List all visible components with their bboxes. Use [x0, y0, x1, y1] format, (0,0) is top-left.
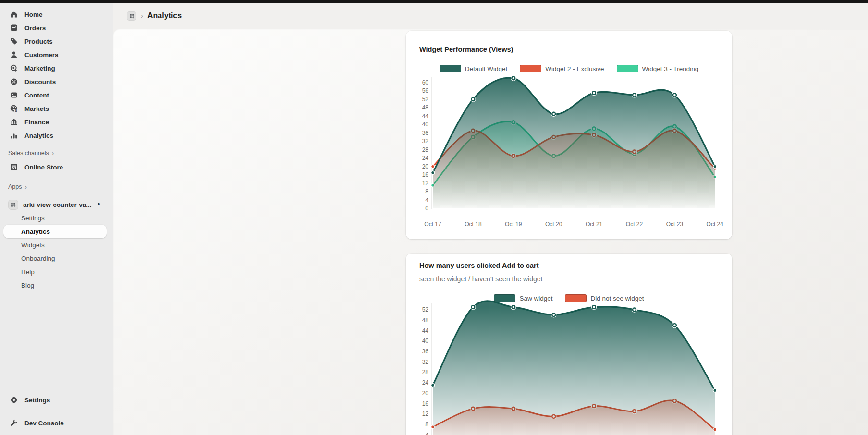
sidebar-item-label: Discounts [24, 78, 56, 85]
svg-text:52: 52 [422, 96, 429, 103]
sidebar-item-label: Content [24, 92, 49, 99]
sidebar-app-item-help[interactable]: Help [0, 265, 113, 278]
sidebar-app-item-widgets[interactable]: Widgets [0, 238, 113, 252]
sidebar-item-label: Orders [24, 24, 46, 32]
svg-text:8: 8 [425, 188, 428, 195]
svg-text:Oct 22: Oct 22 [626, 221, 643, 228]
sidebar-item-customers[interactable]: Customers [0, 48, 113, 61]
svg-text:Oct 19: Oct 19 [505, 221, 522, 228]
app-grid-icon[interactable] [127, 11, 136, 21]
sidebar-section-sales-channels[interactable]: Sales channels › [0, 147, 113, 159]
legend-item-default-widget[interactable]: Default Widget [440, 65, 508, 72]
svg-text:Oct 21: Oct 21 [586, 221, 603, 228]
sidebar-item-discounts[interactable]: Discounts [0, 75, 113, 88]
svg-text:44: 44 [422, 327, 429, 334]
breadcrumb: › Analytics [113, 3, 868, 29]
legend-swatch-icon [565, 294, 587, 302]
svg-text:52: 52 [422, 306, 429, 313]
sidebar-footer-settings[interactable]: Settings [0, 393, 113, 407]
svg-text:24: 24 [422, 379, 429, 386]
svg-text:40: 40 [422, 121, 429, 128]
svg-text:32: 32 [422, 359, 429, 365]
svg-text:16: 16 [422, 400, 429, 407]
svg-text:28: 28 [422, 146, 429, 153]
apps-label: Apps [8, 183, 22, 190]
sidebar-app-arki-view-counter[interactable]: arki-view-counter-va... • [0, 198, 113, 211]
analytics-icon [9, 131, 19, 140]
svg-text:16: 16 [422, 171, 429, 178]
sidebar-app-item-label: Widgets [21, 242, 45, 249]
sidebar-item-finance[interactable]: Finance [0, 115, 113, 129]
chart-subtitle: seen the widget / haven't seen the widge… [419, 275, 542, 283]
sidebar-app-item-onboarding[interactable]: Onboarding [0, 252, 113, 265]
sidebar-item-label: Products [24, 38, 53, 45]
svg-text:40: 40 [422, 338, 429, 344]
svg-text:24: 24 [422, 155, 429, 161]
legend-item-did-not-see-widget[interactable]: Did not see widget [565, 294, 644, 302]
sidebar-app-item-label: Settings [21, 215, 45, 222]
svg-text:56: 56 [422, 87, 429, 94]
sidebar-app-item-label: Blog [21, 282, 34, 289]
sidebar-footer: Settings Dev Console [0, 393, 113, 430]
sidebar-item-online-store[interactable]: Online Store [0, 160, 113, 174]
sidebar-footer-dev-console[interactable]: Dev Console [0, 416, 113, 430]
legend-label: Did not see widget [590, 295, 644, 302]
svg-text:Oct 18: Oct 18 [465, 221, 482, 228]
svg-text:0: 0 [425, 205, 428, 212]
chart-title: Widget Performance (Views) [419, 46, 513, 53]
sidebar-section-apps[interactable]: Apps › [0, 181, 113, 193]
svg-text:Oct 24: Oct 24 [707, 221, 724, 228]
finance-icon [9, 117, 19, 127]
legend-swatch-icon [440, 65, 461, 72]
sidebar: Home Orders Products Customers Marketing… [0, 3, 113, 435]
add-to-cart-card: 5248444036322824201612840 How many users… [406, 254, 732, 435]
sidebar-item-marketing[interactable]: Marketing [0, 61, 113, 75]
legend-item-widget-3-trending[interactable]: Widget 3 - Trending [617, 65, 699, 72]
breadcrumb-chevron-icon: › [141, 12, 143, 20]
sidebar-app-children: Settings Analytics Widgets Onboarding He… [0, 211, 113, 292]
sidebar-item-orders[interactable]: Orders [0, 21, 113, 35]
widget-performance-chart-canvas[interactable]: 60565248444036322824201612840Oct 17Oct 1… [406, 31, 732, 239]
sidebar-item-products[interactable]: Products [0, 35, 113, 48]
sidebar-app-item-label: Help [21, 268, 35, 276]
marketing-icon [9, 63, 19, 73]
sidebar-app-item-blog[interactable]: Blog [0, 278, 113, 292]
sidebar-item-content[interactable]: Content [0, 88, 113, 102]
svg-text:12: 12 [422, 411, 429, 417]
svg-text:48: 48 [422, 317, 429, 324]
discounts-icon [9, 77, 19, 86]
sidebar-item-label: Customers [24, 51, 59, 59]
widget-performance-card: 60565248444036322824201612840Oct 17Oct 1… [406, 31, 732, 239]
legend-label: Saw widget [519, 295, 552, 302]
sidebar-item-markets[interactable]: $Markets [0, 102, 113, 115]
svg-text:12: 12 [422, 180, 429, 187]
sidebar-item-analytics[interactable]: Analytics [0, 129, 113, 142]
app-grid-icon [8, 200, 18, 210]
legend-item-widget-2-exclusive[interactable]: Widget 2 - Exclusive [520, 65, 604, 72]
markets-icon: $ [9, 104, 19, 113]
svg-text:44: 44 [422, 113, 429, 120]
sidebar-item-label: Analytics [24, 132, 53, 139]
svg-text:20: 20 [422, 163, 429, 170]
sidebar-item-label: Marketing [24, 65, 55, 72]
svg-text:8: 8 [425, 421, 428, 428]
sidebar-app-item-label: Analytics [21, 228, 50, 235]
svg-text:4: 4 [425, 432, 428, 435]
legend-item-saw-widget[interactable]: Saw widget [494, 294, 552, 302]
sidebar-footer-label: Settings [24, 397, 50, 404]
sidebar-footer-label: Dev Console [24, 420, 64, 427]
svg-text:4: 4 [425, 197, 428, 204]
sidebar-app-item-analytics[interactable]: Analytics [3, 225, 107, 238]
svg-text:60: 60 [422, 79, 429, 86]
svg-text:28: 28 [422, 369, 429, 375]
content-icon [9, 90, 19, 100]
chevron-right-icon: › [25, 183, 27, 190]
sidebar-app-item-settings[interactable]: Settings [0, 211, 113, 225]
legend-swatch-icon [617, 65, 638, 72]
sidebar-item-home[interactable]: Home [0, 8, 113, 21]
content-panel: 60565248444036322824201612840Oct 17Oct 1… [113, 29, 868, 435]
main-area: › Analytics 6056524844403632282420161284… [113, 3, 868, 435]
chart-title: How many users clicked Add to cart [419, 262, 538, 269]
svg-text:Oct 23: Oct 23 [666, 221, 684, 228]
svg-text:36: 36 [422, 348, 429, 355]
